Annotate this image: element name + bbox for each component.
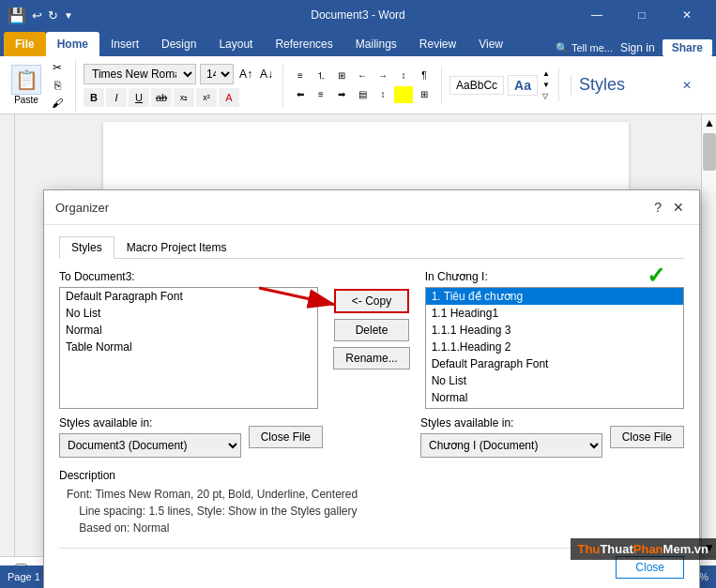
ribbon-tabs: File Home Insert Design Layout Reference… — [0, 30, 716, 56]
tell-me[interactable]: 🔍 Tell me... — [556, 42, 613, 54]
dialog-overlay: Organizer ? ✕ Styles Macro Project Items — [15, 114, 716, 556]
right-panel-label: In Chương I: — [425, 270, 684, 283]
multilevel-btn[interactable]: ⊞ — [332, 68, 351, 84]
shading-btn[interactable] — [394, 86, 413, 103]
maximize-btn[interactable]: □ — [620, 0, 663, 30]
left-item-no-list[interactable]: No List — [60, 305, 317, 322]
right-styles-avail-label: Styles available in: — [420, 416, 602, 430]
tab-design[interactable]: Design — [150, 32, 207, 56]
dialog-title: Organizer — [55, 201, 109, 215]
scroll-up-styles[interactable]: ▲ — [541, 68, 551, 79]
close-btn[interactable]: ✕ — [665, 0, 708, 30]
sort-btn[interactable]: ↕ — [394, 68, 413, 84]
clipboard-small-btns: ✂ ⎘ 🖌 — [47, 59, 68, 112]
right-styles-select[interactable]: Chương I (Document) — [420, 433, 602, 458]
underline-btn[interactable]: U — [129, 88, 149, 107]
borders-btn[interactable]: ⊞ — [415, 86, 434, 103]
right-close-file-btn[interactable]: Close File — [610, 426, 684, 448]
left-panel-list[interactable]: Default Paragraph Font No List Normal Ta… — [59, 287, 318, 409]
left-styles-avail: Styles available in: Document3 (Document… — [59, 416, 241, 458]
cut-btn[interactable]: ✂ — [47, 59, 68, 76]
right-item-table-normal[interactable]: Table Normal — [426, 406, 683, 409]
watermark-vn: .vn — [691, 542, 708, 556]
right-item-heading2[interactable]: 1.1.1.Heading 2 — [426, 339, 683, 355]
minimize-btn[interactable]: — — [575, 0, 618, 30]
word-icon: 💾 — [8, 7, 26, 24]
watermark-thuat: Thuat — [600, 542, 632, 556]
paste-label: Paste — [14, 95, 38, 105]
bullets-btn[interactable]: ≡ — [291, 68, 310, 84]
align-right-btn[interactable]: ➡ — [332, 86, 351, 103]
right-panel-list[interactable]: 1. Tiêu đề chương 1.1 Heading1 1.1.1 Hea… — [425, 287, 684, 409]
align-left-btn[interactable]: ⬅ — [291, 86, 310, 103]
organizer-dialog: Organizer ? ✕ Styles Macro Project Items — [43, 189, 700, 588]
sign-in-btn[interactable]: Sign in — [620, 41, 655, 54]
main-area: Organizer ? ✕ Styles Macro Project Items — [0, 114, 716, 556]
increase-font-btn[interactable]: A↑ — [237, 66, 254, 83]
tab-references[interactable]: References — [264, 32, 343, 56]
title-bar-left: 💾 ↩ ↻ ▼ — [8, 7, 73, 24]
subscript-btn[interactable]: x₂ — [174, 88, 194, 107]
numbering-btn[interactable]: ⒈ — [312, 68, 330, 84]
redo-btn[interactable]: ↻ — [48, 8, 58, 23]
decrease-font-btn[interactable]: A↓ — [258, 66, 275, 83]
right-item-heading3[interactable]: 1.1.1 Heading 3 — [426, 322, 683, 339]
tab-layout[interactable]: Layout — [207, 32, 264, 56]
left-item-table-normal[interactable]: Table Normal — [60, 339, 317, 355]
paste-btn[interactable]: 📋 Paste — [8, 63, 45, 107]
customize-btn[interactable]: ▼ — [64, 10, 73, 21]
undo-btn[interactable]: ↩ — [32, 8, 42, 23]
left-close-file-btn[interactable]: Close File — [249, 426, 323, 448]
increase-indent-btn[interactable]: → — [373, 68, 392, 84]
right-styles-avail: Styles available in: Chương I (Document) — [420, 416, 602, 458]
scroll-down-styles[interactable]: ▼ — [541, 80, 551, 90]
clipboard-group: 📋 Paste ✂ ⎘ 🖌 — [8, 59, 76, 112]
justify-btn[interactable]: ▤ — [353, 86, 372, 103]
tab-macro-project[interactable]: Macro Project Items — [114, 236, 239, 259]
right-item-normal[interactable]: Normal — [426, 389, 683, 406]
superscript-btn[interactable]: x² — [196, 88, 217, 107]
left-styles-select[interactable]: Document3 (Document) — [59, 433, 241, 458]
dialog-help-btn[interactable]: ? — [654, 200, 662, 215]
style-heading1[interactable]: Aa — [508, 75, 538, 96]
dialog-close-btn[interactable]: ✕ — [669, 198, 688, 217]
tab-styles[interactable]: Styles — [59, 236, 114, 259]
delete-action-btn[interactable]: Delete — [334, 319, 409, 341]
left-item-default-para[interactable]: Default Paragraph Font — [60, 288, 317, 305]
align-center-btn[interactable]: ≡ — [312, 86, 330, 103]
right-item-heading1[interactable]: 1.1 Heading1 — [426, 305, 683, 322]
right-item-heading-chuong[interactable]: 1. Tiêu đề chương — [426, 288, 683, 305]
strikethrough-btn[interactable]: ab — [151, 88, 172, 107]
bold-btn[interactable]: B — [84, 88, 104, 107]
more-styles-btn[interactable]: ▽ — [541, 91, 551, 101]
tab-file[interactable]: File — [4, 32, 46, 56]
clear-format-btn[interactable]: A — [219, 88, 239, 107]
tab-home[interactable]: Home — [46, 32, 99, 56]
copy-action-btn[interactable]: <- Copy — [334, 289, 409, 313]
right-item-default-para[interactable]: Default Paragraph Font — [426, 355, 683, 372]
tab-mailings[interactable]: Mailings — [344, 32, 408, 56]
show-marks-btn[interactable]: ¶ — [415, 68, 434, 84]
tab-insert[interactable]: Insert — [99, 32, 150, 56]
copy-btn[interactable]: ⎘ — [47, 77, 68, 94]
font-size-select[interactable]: 14 — [200, 64, 234, 84]
style-normal[interactable]: AaBbCc — [449, 76, 504, 95]
checkmark-icon: ✓ — [647, 263, 665, 289]
tab-view[interactable]: View — [467, 32, 514, 56]
dialog-titlebar: Organizer ? ✕ — [44, 190, 699, 225]
para-icons-row2: ⬅ ≡ ➡ ▤ ↕ ⊞ — [291, 86, 434, 103]
decrease-indent-btn[interactable]: ← — [353, 68, 372, 84]
paragraph-group: ≡ ⒈ ⊞ ← → ↕ ¶ ⬅ ≡ ➡ ▤ ↕ ⊞ — [291, 68, 442, 103]
format-painter-btn[interactable]: 🖌 — [47, 95, 68, 112]
rename-action-btn[interactable]: Rename... — [333, 347, 409, 369]
left-item-normal[interactable]: Normal — [60, 322, 317, 339]
font-name-select[interactable]: Times New Roman — [84, 64, 196, 84]
right-item-no-list[interactable]: No List — [426, 372, 683, 389]
line-spacing-btn[interactable]: ↕ — [373, 86, 392, 103]
italic-btn[interactable]: I — [106, 88, 127, 107]
left-panel-label: To Document3: — [59, 270, 318, 283]
share-btn[interactable]: Share — [663, 39, 712, 56]
tab-review[interactable]: Review — [408, 32, 467, 56]
styles-panel-close[interactable]: ✕ — [682, 79, 692, 92]
description-text: Font: Times New Roman, 20 pt, Bold, Unde… — [59, 486, 684, 536]
